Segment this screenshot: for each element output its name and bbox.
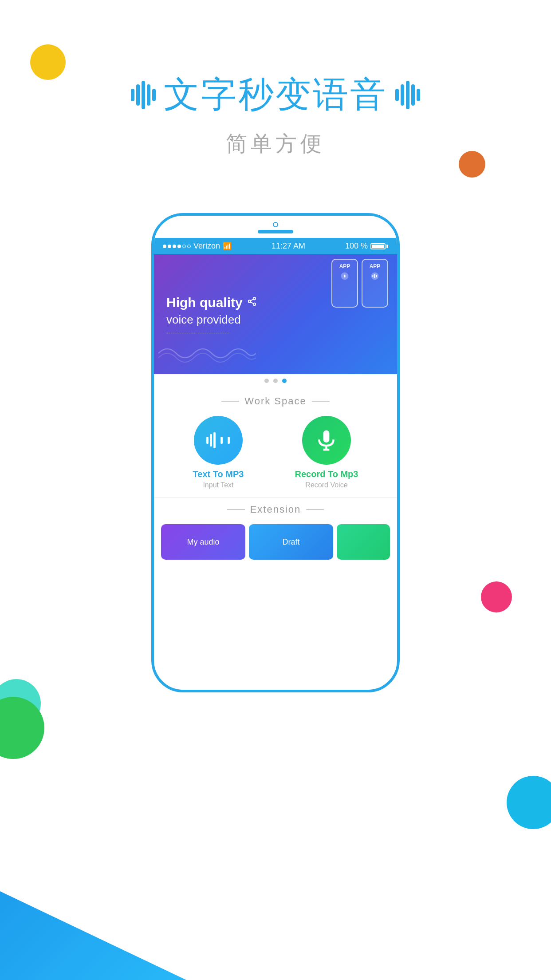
tts-bar: [213, 432, 216, 448]
main-title: 文字秒变语音: [164, 71, 387, 119]
header-section: 文字秒变语音 简单方便: [0, 71, 551, 158]
tts-icon-circle: [194, 416, 243, 465]
mini-phone-label-2: APP: [370, 263, 381, 269]
workspace-items: Text To MP3 Input Text Record To Mp3: [163, 416, 388, 489]
wave-bar: [142, 81, 145, 109]
indicator-dot-3: [282, 379, 287, 383]
record-icon-circle: [302, 416, 351, 465]
signal-dot: [163, 245, 166, 248]
wave-bar: [417, 89, 420, 101]
tts-sublabel: Input Text: [203, 481, 233, 489]
wave-bar: [406, 81, 409, 109]
deco-blue-shape: [0, 758, 186, 980]
svg-rect-9: [376, 275, 378, 277]
indicator-dot-1: [264, 379, 269, 383]
header-title-row: 文字秒变语音: [0, 71, 551, 119]
banner-text: High quality voice provided: [166, 295, 257, 333]
signal-dot: [177, 245, 181, 248]
ext-card-audio[interactable]: My audio: [161, 524, 245, 560]
wave-bar: [131, 89, 134, 101]
battery-body: [370, 243, 386, 249]
signal-dot: [173, 245, 176, 248]
record-label: Record To Mp3: [295, 469, 358, 479]
deco-pink-circle: [481, 581, 512, 612]
wave-bar: [411, 84, 415, 106]
banner-title: High quality: [166, 295, 257, 310]
mic-icon: [314, 428, 338, 453]
left-dash: [221, 401, 239, 402]
wave-bar: [136, 84, 140, 106]
tts-wave-icon: [206, 432, 230, 448]
status-bar: Verizon 📶 11:27 AM 100 %: [154, 238, 397, 254]
mini-phone-1: APP: [331, 259, 358, 308]
signal-dot-empty: [182, 245, 186, 248]
workspace-title: Work Space: [244, 395, 306, 407]
wave-bar: [152, 89, 156, 101]
tts-label: Text To MP3: [193, 469, 244, 479]
signal-dots: [163, 245, 191, 248]
ext-audio-label: My audio: [187, 537, 219, 547]
svg-point-0: [253, 297, 256, 300]
phone-top: [154, 216, 397, 238]
svg-point-1: [248, 300, 251, 303]
banner-title-text: High quality: [166, 295, 243, 310]
banner-dots-line: [166, 333, 228, 333]
signal-dot: [168, 245, 171, 248]
phone-speaker: [258, 230, 293, 233]
tts-bar: [206, 437, 209, 444]
ext-card-extra[interactable]: [337, 524, 390, 560]
wave-icon-left: [131, 81, 156, 109]
svg-line-3: [251, 302, 253, 304]
deco-cyan-circle: [507, 776, 551, 829]
status-left: Verizon 📶: [163, 241, 232, 251]
extension-cards: My audio Draft: [161, 524, 390, 560]
phone-mockup: Verizon 📶 11:27 AM 100 %: [151, 213, 400, 692]
record-sublabel: Record Voice: [305, 481, 347, 489]
carrier-label: Verizon: [193, 241, 220, 251]
extension-section: Extension My audio Draft: [154, 498, 397, 560]
wave-bar: [401, 84, 404, 106]
ext-right-dash: [306, 509, 324, 510]
banner-phone-graphic: APP APP: [331, 259, 388, 312]
extension-title-row: Extension: [161, 504, 390, 515]
mini-phone-label: APP: [339, 263, 350, 269]
workspace-item-tts[interactable]: Text To MP3 Input Text: [193, 416, 244, 489]
wave-icon-right: [395, 81, 420, 109]
status-right: 100 %: [345, 241, 388, 251]
workspace-title-row: Work Space: [163, 395, 388, 407]
banner-indicators: [154, 374, 397, 387]
svg-rect-8: [374, 274, 375, 278]
share-icon: [247, 296, 257, 309]
ext-card-draft[interactable]: Draft: [249, 524, 333, 560]
svg-rect-7: [372, 275, 374, 277]
sub-title: 简单方便: [0, 130, 551, 158]
wave-decoration: [158, 342, 256, 364]
battery-box: [370, 243, 388, 249]
tts-bar: [220, 437, 223, 444]
mini-phone-2: APP: [362, 259, 388, 308]
ext-left-dash: [227, 509, 245, 510]
battery-label: 100 %: [345, 241, 368, 251]
extension-title: Extension: [250, 504, 301, 515]
workspace-item-record[interactable]: Record To Mp3 Record Voice: [295, 416, 358, 489]
wifi-icon: 📶: [223, 242, 232, 250]
wave-mini-icon: [370, 272, 379, 281]
indicator-dot-2: [273, 379, 278, 383]
svg-line-4: [251, 299, 253, 301]
workspace-section: Work Space: [154, 387, 397, 497]
wave-bar: [395, 89, 399, 101]
tts-bar: [210, 434, 212, 447]
svg-rect-10: [323, 430, 330, 443]
signal-dot-empty: [187, 245, 191, 248]
wave-bar: [147, 84, 150, 106]
right-dash: [312, 401, 330, 402]
banner: High quality voice provided: [154, 254, 397, 374]
battery-tip: [386, 245, 388, 248]
time-label: 11:27 AM: [272, 241, 305, 251]
mic-mini-icon: [340, 272, 349, 281]
svg-point-2: [253, 303, 256, 306]
banner-subtitle: voice provided: [166, 313, 257, 327]
tts-bar: [228, 437, 230, 444]
phone-camera: [273, 222, 278, 227]
ext-draft-label: Draft: [282, 537, 299, 547]
